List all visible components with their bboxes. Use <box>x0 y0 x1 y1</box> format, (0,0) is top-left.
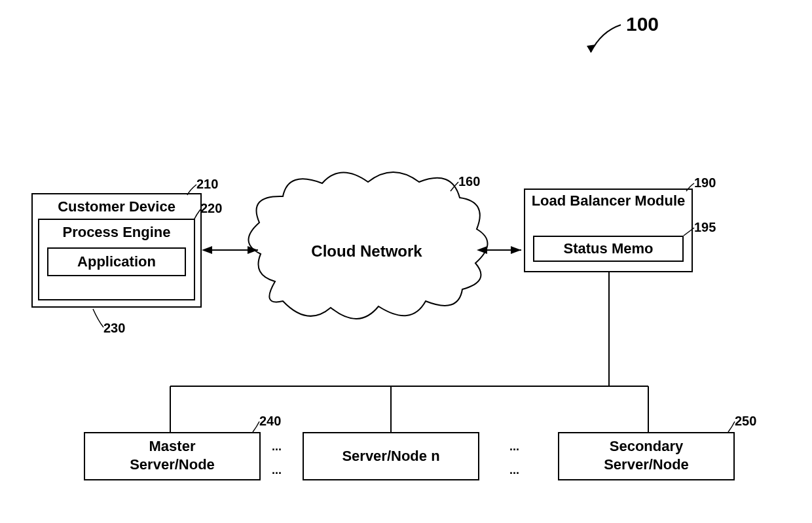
ref-250: 250 <box>735 414 756 429</box>
customer-device-title: Customer Device <box>33 198 200 215</box>
status-memo-box: Status Memo <box>533 236 684 262</box>
ref-230: 230 <box>103 321 125 336</box>
status-memo-title: Status Memo <box>564 240 654 257</box>
ellipsis-2a: ... <box>509 440 519 454</box>
secondary-l2: Server/Node <box>559 456 733 474</box>
process-engine-title: Process Engine <box>39 224 194 241</box>
server-n-box: Server/Node n <box>303 432 479 480</box>
ref-190: 190 <box>694 175 716 190</box>
ref-160: 160 <box>458 174 480 189</box>
application-box: Application <box>47 247 186 276</box>
secondary-server-box: Secondary Server/Node <box>558 432 735 480</box>
ref-210: 210 <box>196 177 218 192</box>
application-title: Application <box>77 253 156 270</box>
master-l2: Server/Node <box>85 456 259 474</box>
ref-220: 220 <box>200 201 222 216</box>
ellipsis-1a: ... <box>272 440 282 454</box>
master-l1: Master <box>85 437 259 456</box>
secondary-l1: Secondary <box>559 437 733 456</box>
server-n-title: Server/Node n <box>342 448 439 464</box>
ref-240: 240 <box>259 414 281 429</box>
ref-195: 195 <box>694 220 716 235</box>
ellipsis-2b: ... <box>509 463 519 477</box>
master-server-box: Master Server/Node <box>84 432 261 480</box>
svg-marker-0 <box>587 45 596 52</box>
ellipsis-1b: ... <box>272 463 282 477</box>
load-balancer-title: Load Balancer Module <box>525 192 692 209</box>
cloud-title: Cloud Network <box>291 242 442 261</box>
